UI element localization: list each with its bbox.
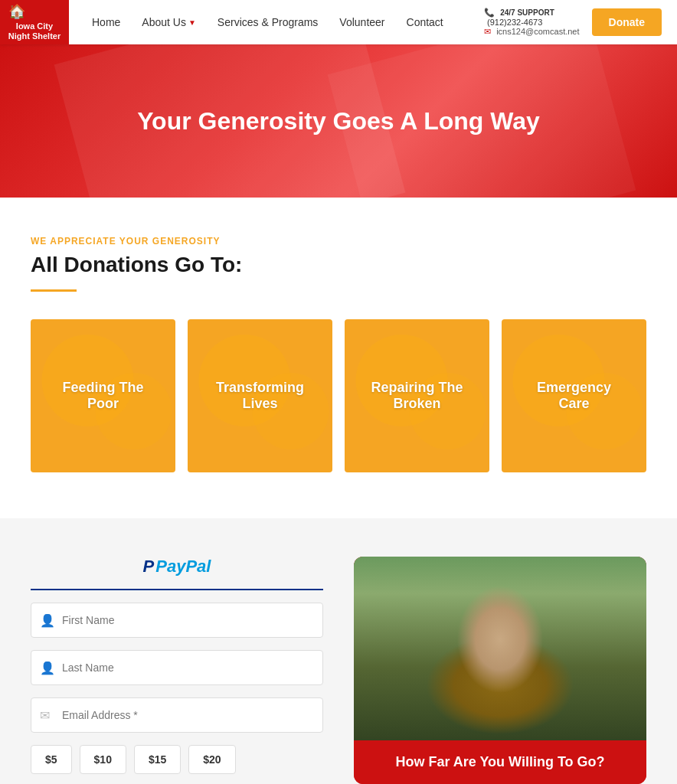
paypal-p: P xyxy=(143,557,155,577)
section-title: All Donations Go To: xyxy=(31,253,646,277)
paypal-container: P PayPal xyxy=(31,557,323,590)
chevron-down-icon: ▼ xyxy=(188,18,196,27)
nav-contact[interactable]: Contact xyxy=(407,16,443,28)
first-name-field[interactable]: 👤 xyxy=(31,603,323,638)
nav-services[interactable]: Services & Programs xyxy=(217,16,318,28)
support-label: 24/7 SUPPORT xyxy=(500,8,554,17)
first-name-input[interactable] xyxy=(31,603,323,638)
donations-section: WE APPRECIATE YOUR GENEROSITY All Donati… xyxy=(0,198,677,518)
hero-title: Your Generosity Goes A Long Way xyxy=(137,107,540,136)
card-transforming[interactable]: TransformingLives xyxy=(188,319,332,472)
donation-cards-grid: Feeding ThePoor TransformingLives Repair… xyxy=(31,319,646,472)
logo-icon: 🏠 xyxy=(8,3,61,20)
nav-about[interactable]: About Us ▼ xyxy=(142,16,196,28)
paypal-logo: P PayPal xyxy=(143,557,211,577)
email-address: icns124@comcast.net xyxy=(496,27,579,36)
card-repairing-label: Repairing TheBroken xyxy=(363,372,470,420)
amount-buttons-group: $5 $10 $15 $20 xyxy=(31,745,323,774)
logo[interactable]: 🏠 Iowa CityNight Shelter xyxy=(0,0,69,44)
nav-volunteer[interactable]: Volunteer xyxy=(339,16,384,28)
card-emergency-label: EmergencyCare xyxy=(529,372,619,420)
nav-home[interactable]: Home xyxy=(92,16,120,28)
donate-button[interactable]: Donate xyxy=(592,8,662,36)
image-card-container: How Far Are You Willing To Go? xyxy=(354,557,646,784)
logo-text: Iowa CityNight Shelter xyxy=(8,21,61,41)
email-input[interactable] xyxy=(31,697,323,733)
email-field[interactable]: ✉ xyxy=(31,697,323,733)
last-name-field[interactable]: 👤 xyxy=(31,650,323,685)
amount-10[interactable]: $10 xyxy=(80,745,126,774)
main-nav: Home About Us ▼ Services & Programs Volu… xyxy=(92,16,484,28)
card-feeding[interactable]: Feeding ThePoor xyxy=(31,319,175,472)
image-caption: How Far Are You Willing To Go? xyxy=(354,740,646,784)
header-contact-info: 📞 24/7 SUPPORT (912)232-4673 ✉ icns124@c… xyxy=(484,8,579,37)
image-card: How Far Are You Willing To Go? xyxy=(354,557,646,784)
paypal-aypal: PayPal xyxy=(155,557,211,577)
card-feeding-label: Feeding ThePoor xyxy=(54,372,151,420)
amount-5[interactable]: $5 xyxy=(31,745,72,774)
section-divider xyxy=(31,289,77,292)
email-field-icon: ✉ xyxy=(40,708,50,723)
card-emergency[interactable]: EmergencyCare xyxy=(502,319,646,472)
phone-number: (912)232-4673 xyxy=(487,18,542,27)
site-header: 🏠 Iowa CityNight Shelter Home About Us ▼… xyxy=(0,0,677,44)
last-name-input[interactable] xyxy=(31,650,323,685)
form-row: P PayPal 👤 👤 ✉ $5 $10 $15 $20 xyxy=(31,557,646,784)
section-label: WE APPRECIATE YOUR GENEROSITY xyxy=(31,236,646,247)
phone-icon: 📞 xyxy=(484,8,495,17)
amount-15[interactable]: $15 xyxy=(134,745,181,774)
card-transforming-label: TransformingLives xyxy=(208,372,312,420)
person-photo xyxy=(354,557,646,740)
person-silhouette xyxy=(354,557,646,740)
donation-form: P PayPal 👤 👤 ✉ $5 $10 $15 $20 xyxy=(31,557,323,774)
form-section: P PayPal 👤 👤 ✉ $5 $10 $15 $20 xyxy=(0,518,677,784)
person-icon-2: 👤 xyxy=(40,661,55,675)
amount-20[interactable]: $20 xyxy=(188,745,235,774)
card-repairing[interactable]: Repairing TheBroken xyxy=(345,319,489,472)
hero-banner: Your Generosity Goes A Long Way xyxy=(0,44,677,198)
person-icon: 👤 xyxy=(40,613,55,628)
email-icon: ✉ xyxy=(484,27,491,36)
